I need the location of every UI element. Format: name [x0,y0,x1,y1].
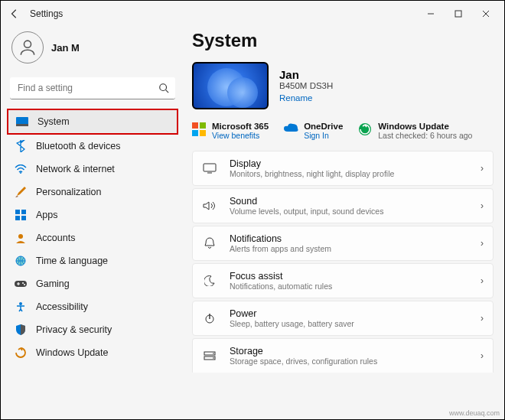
close-icon [482,10,490,18]
service-sub: View benefits [212,131,269,140]
svg-rect-19 [200,122,206,129]
sidebar-item-label: Time & language [36,256,108,266]
sidebar-item-system[interactable]: System [7,109,178,135]
card-sub: Volume levels, output, input, sound devi… [230,207,468,216]
chevron-right-icon: › [481,163,484,174]
card-title: Sound [230,196,468,207]
minimize-button[interactable] [417,3,445,24]
card-sub: Sleep, battery usage, battery saver [230,319,468,328]
service-windows-update[interactable]: Windows Update Last checked: 6 hours ago [358,122,472,140]
sidebar-item-accounts[interactable]: Accounts [7,226,178,249]
svg-rect-18 [192,122,198,129]
chevron-right-icon: › [481,350,484,361]
pc-model: B450M DS3H [279,81,333,90]
service-sub: Sign In [304,131,343,140]
chevron-right-icon: › [481,275,484,286]
card-sub: Alerts from apps and system [230,244,468,253]
update-icon [15,347,27,359]
card-sound[interactable]: SoundVolume levels, output, input, sound… [192,188,494,223]
bluetooth-icon [15,140,27,152]
user-account[interactable]: Jan M [11,31,177,63]
desktop-preview [192,62,269,109]
card-notifications[interactable]: NotificationsAlerts from apps and system… [192,226,494,261]
svg-rect-11 [21,216,26,220]
sidebar-item-label: Accounts [36,233,75,243]
pc-name: Jan [279,68,333,81]
user-name: Jan M [51,42,80,54]
card-display[interactable]: DisplayMonitors, brightness, night light… [192,151,494,186]
svg-rect-1 [455,11,461,17]
svg-point-29 [213,353,214,354]
chevron-right-icon: › [481,200,484,211]
sidebar-item-label: Gaming [36,278,70,289]
titlebar: Settings [1,1,504,27]
minimize-icon [427,10,435,18]
settings-cards: DisplayMonitors, brightness, night light… [192,151,494,373]
svg-rect-23 [204,164,216,171]
chevron-right-icon: › [481,238,484,249]
search-icon [158,83,169,96]
rename-link[interactable]: Rename [279,93,312,103]
sync-icon [358,122,372,136]
svg-point-3 [160,84,167,91]
person-icon [18,37,37,57]
power-icon [202,313,217,324]
service-sub: Last checked: 6 hours ago [378,131,472,140]
sidebar-item-label: Privacy & security [36,324,112,335]
card-power[interactable]: PowerSleep, battery usage, battery saver… [192,301,494,336]
sidebar-item-privacy[interactable]: Privacy & security [7,318,178,341]
arrow-left-icon [9,8,20,19]
service-onedrive[interactable]: OneDrive Sign In [284,122,343,140]
service-microsoft365[interactable]: Microsoft 365 View benefits [192,122,269,140]
services-row: Microsoft 365 View benefits OneDrive Sig… [192,122,494,140]
sidebar-item-label: Network & internet [36,164,115,174]
svg-rect-9 [21,210,26,214]
card-title: Focus assist [230,271,468,282]
svg-rect-14 [15,281,27,287]
card-focus-assist[interactable]: Focus assistNotifications, automatic rul… [192,263,494,298]
back-button[interactable] [5,8,24,19]
sidebar-item-network[interactable]: Network & internet [7,158,178,181]
card-title: Notifications [230,233,468,244]
sidebar-item-bluetooth[interactable]: Bluetooth & devices [7,135,178,158]
nav-list: System Bluetooth & devices Network & int… [7,109,178,364]
sidebar-item-windows-update[interactable]: Windows Update [7,341,178,364]
sidebar-item-gaming[interactable]: Gaming [7,272,178,295]
main-panel: System Jan B450M DS3H Rename Microsoft 3… [184,27,498,419]
service-title: Windows Update [378,122,472,131]
svg-point-12 [18,234,23,239]
search-input[interactable] [10,77,175,99]
sidebar-item-time-language[interactable]: Time & language [7,249,178,272]
sidebar-item-accessibility[interactable]: Accessibility [7,295,178,318]
card-title: Storage [230,346,468,357]
svg-point-7 [20,172,21,174]
sidebar-item-label: Bluetooth & devices [36,141,121,151]
service-title: OneDrive [304,122,343,131]
watermark: www.deuaq.com [449,409,500,417]
svg-point-15 [22,282,24,284]
page-title: System [192,30,494,51]
paintbrush-icon [15,186,27,198]
maximize-icon [454,10,462,18]
system-icon [16,116,28,128]
svg-rect-6 [16,124,28,126]
microsoft-icon [192,122,206,136]
wifi-icon [15,163,27,175]
sidebar: Jan M System Bluetooth & devices Network… [7,27,184,419]
svg-rect-10 [15,216,20,220]
sidebar-item-label: Personalization [36,187,101,197]
maximize-button[interactable] [445,3,472,24]
search-box[interactable] [10,77,175,99]
card-storage[interactable]: StorageStorage space, drives, configurat… [192,338,494,373]
sidebar-item-apps[interactable]: Apps [7,203,178,226]
svg-point-16 [24,284,25,285]
onedrive-icon [284,122,298,136]
card-title: Power [230,308,468,319]
svg-point-2 [24,41,31,47]
pc-block: Jan B450M DS3H Rename [192,62,494,109]
card-sub: Storage space, drives, configuration rul… [230,357,468,366]
close-button[interactable] [472,3,500,24]
card-title: Display [230,158,468,169]
svg-line-4 [166,90,169,93]
sidebar-item-personalization[interactable]: Personalization [7,181,178,203]
